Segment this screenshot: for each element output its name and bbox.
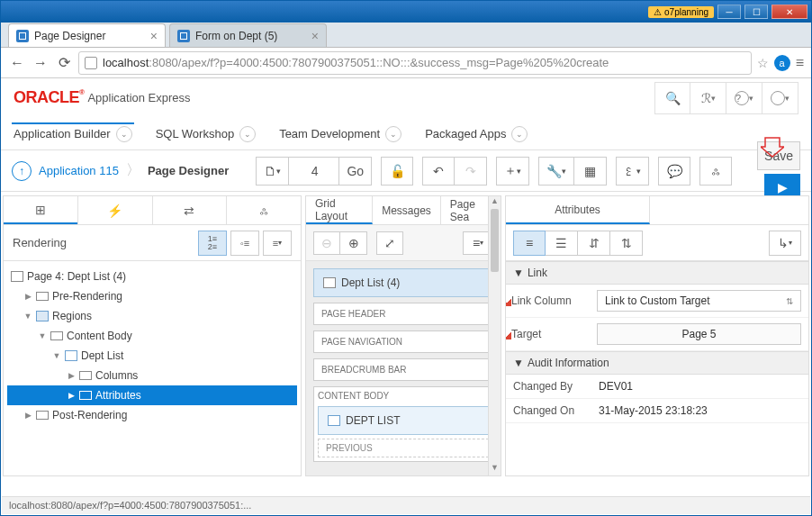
layout-section-content[interactable]: CONTENT BODY Dept List PREVIOUS: [313, 386, 493, 462]
tree-node-page[interactable]: Page 4: Dept List (4): [7, 267, 297, 286]
zoom-out-button[interactable]: ⊖: [313, 231, 340, 255]
menu-app-builder[interactable]: Application Builder⌄: [12, 122, 134, 146]
forward-button[interactable]: →: [32, 54, 50, 72]
window-maximize[interactable]: ☐: [744, 5, 768, 19]
property-editor: ▼Link Link Column Link to Custom Target⇅…: [506, 261, 808, 475]
expand-icon[interactable]: ▶: [67, 391, 76, 400]
breadcrumb-app[interactable]: Application 115: [39, 164, 119, 177]
close-tab-icon[interactable]: ×: [150, 29, 158, 43]
reload-button[interactable]: ⟳: [55, 54, 73, 72]
view-toggle-button[interactable]: ⇵: [578, 231, 610, 256]
right-tools: ≡ ☰ ⇵ ⇅ ↳▾: [506, 225, 808, 261]
team-button[interactable]: ᢄ▾: [616, 157, 649, 186]
layout-region-page[interactable]: Dept List (4): [313, 268, 493, 297]
tree-node-post[interactable]: ▶Post-Rendering: [7, 405, 297, 425]
address-bar[interactable]: localhost :8080/apex/f?p=4000:4500:78079…: [78, 51, 752, 75]
prop-value: 31-May-2015 23:18:23: [599, 404, 801, 417]
required-icon: [506, 295, 511, 306]
annotation-arrow: [761, 136, 784, 158]
scroll-down-icon[interactable]: ▼: [489, 463, 501, 475]
collapse-icon[interactable]: ▼: [52, 351, 61, 360]
expand-icon[interactable]: ▶: [23, 292, 32, 301]
left-panel-head: Rendering 1≡2≡ ◦≡ ≡▾: [4, 225, 301, 261]
window-titlebar: ⚠ o7planning ─ ☐ ✕: [1, 1, 811, 23]
tab-attributes[interactable]: Attributes: [506, 196, 650, 224]
tab-shared[interactable]: ஃ: [226, 196, 301, 224]
left-tabs: ⊞ ⚡ ⇄ ஃ: [4, 196, 301, 225]
back-button[interactable]: ←: [8, 54, 26, 72]
view-menu-button[interactable]: ≡▾: [263, 231, 292, 256]
lock-button[interactable]: 🔓: [381, 157, 413, 186]
layout-region-dept[interactable]: Dept List: [318, 406, 489, 435]
collapse-icon[interactable]: ▼: [38, 331, 47, 340]
expand-icon[interactable]: ▶: [67, 371, 76, 380]
status-bar: localhost:8080/apex/f?p=4000:4500:780790…: [2, 496, 810, 514]
tree-node-dept-list[interactable]: ▼Dept List: [7, 346, 297, 366]
scrollbar[interactable]: ▲ ▼: [488, 196, 501, 475]
page-icon: [323, 277, 336, 288]
utilities-button[interactable]: 🔧▾: [538, 157, 574, 186]
prop-section-audit[interactable]: ▼Audit Information: [506, 351, 808, 375]
tab-dynamic-actions[interactable]: ⚡: [77, 196, 152, 224]
prop-section-link[interactable]: ▼Link: [506, 261, 808, 285]
view-all-button[interactable]: ≡: [513, 231, 546, 256]
tree-node-content-body[interactable]: ▼Content Body: [7, 326, 297, 346]
shared-comp-group: ஃ: [699, 157, 732, 186]
window-close[interactable]: ✕: [771, 5, 807, 19]
goto-menu-button[interactable]: ↳▾: [769, 231, 801, 256]
layout-section[interactable]: PAGE HEADER: [313, 303, 493, 325]
browser-menu-icon[interactable]: ≡: [796, 55, 804, 71]
tree-node-pre[interactable]: ▶Pre-Rendering: [7, 286, 297, 306]
layout-slot[interactable]: PREVIOUS: [318, 439, 489, 457]
admin-icon: ℛ: [701, 91, 711, 105]
view-common-button[interactable]: ☰: [546, 231, 578, 256]
bookmark-icon[interactable]: ☆: [757, 56, 769, 70]
redo-button[interactable]: ↷: [455, 157, 487, 186]
comment-button[interactable]: 💬: [658, 157, 690, 186]
layout-section[interactable]: BREADCRUMB BAR: [313, 358, 493, 381]
view-list-button[interactable]: 1≡2≡: [198, 231, 227, 256]
menu-sql-workshop[interactable]: SQL Workshop⌄: [154, 122, 257, 146]
target-button[interactable]: Page 5: [597, 323, 801, 345]
collapse-icon[interactable]: ▼: [23, 312, 32, 321]
view-toggle2-button[interactable]: ⇅: [610, 231, 643, 256]
menu-packaged-apps[interactable]: Packaged Apps⌄: [423, 122, 529, 146]
create-button[interactable]: ＋▾: [496, 157, 529, 186]
help-menu[interactable]: ?▾: [726, 82, 762, 114]
window-minimize[interactable]: ─: [717, 5, 741, 19]
region-icon: [36, 311, 49, 321]
browser-tab-active[interactable]: Page Designer ×: [8, 23, 166, 47]
undo-button[interactable]: ↶: [422, 157, 455, 186]
user-menu[interactable]: ▾: [762, 82, 798, 114]
search-button[interactable]: 🔍: [654, 82, 690, 114]
link-column-select[interactable]: Link to Custom Target⇅: [597, 290, 801, 312]
page-finder-button[interactable]: 🗋▾: [256, 157, 289, 186]
folder-icon: [36, 292, 49, 301]
view-group-button[interactable]: ◦≡: [230, 231, 259, 256]
admin-menu[interactable]: ℛ▾: [690, 82, 726, 114]
layout-section[interactable]: PAGE NAVIGATION: [313, 330, 493, 353]
tree-node-columns[interactable]: ▶Columns: [7, 366, 297, 385]
page-number-input[interactable]: 4: [289, 157, 339, 186]
go-button[interactable]: Go: [339, 157, 372, 186]
tree-node-regions[interactable]: ▼Regions: [7, 306, 297, 326]
expand-button[interactable]: ⤢: [376, 231, 403, 255]
up-icon[interactable]: ↑: [12, 161, 32, 181]
tab-messages[interactable]: Messages: [373, 196, 441, 224]
tab-processing[interactable]: ⇄: [152, 196, 227, 224]
scroll-up-icon[interactable]: ▲: [489, 196, 501, 209]
shared-comp-button[interactable]: ஃ: [699, 157, 732, 186]
tree-node-attributes[interactable]: ▶Attributes: [7, 385, 297, 405]
browser-tab-inactive[interactable]: Form on Dept (5) ×: [169, 23, 327, 47]
tab-grid-layout[interactable]: Grid Layout: [306, 196, 373, 224]
scroll-thumb[interactable]: [491, 209, 499, 272]
shared-button[interactable]: ▦: [574, 157, 607, 186]
collapse-icon: ▼: [513, 357, 524, 369]
menu-team-dev[interactable]: Team Development⌄: [277, 122, 403, 146]
extension-icon[interactable]: a: [774, 55, 790, 71]
expand-icon[interactable]: ▶: [23, 411, 32, 420]
tab-rendering[interactable]: ⊞: [4, 196, 77, 224]
close-tab-icon[interactable]: ×: [311, 29, 319, 43]
zoom-in-button[interactable]: ⊕: [340, 231, 367, 255]
chevron-down-icon: ⌄: [511, 126, 528, 142]
